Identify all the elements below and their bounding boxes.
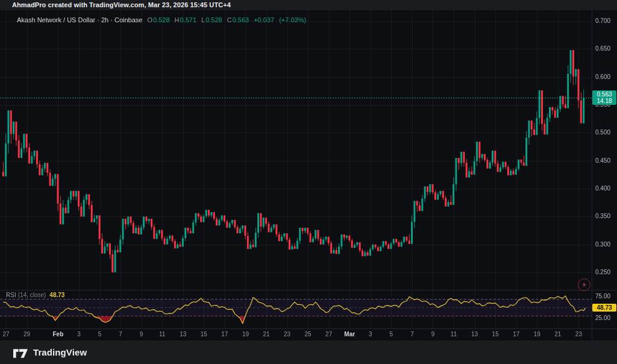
rsi-value: 48.73 [49,292,64,298]
symbol-legend[interactable]: Akash Network / US Dollar · 2h · Coinbas… [17,16,306,24]
price-tick-label: 0.300 [595,241,610,248]
time-tick-label: 21 [554,331,561,337]
change-percent: (+7.03%) [279,16,306,24]
rsi-title[interactable]: RSI [6,292,16,298]
time-tick-label: 27 [325,331,332,337]
tradingview-logo-text: TradingView [33,347,87,357]
lightning-icon [581,281,587,288]
attribution-text: AhmadPro created with TradingView.com, M… [12,1,231,8]
time-tick-label: 13 [471,331,478,337]
time-tick-month-label: Mar [344,331,355,337]
tradingview-logo-icon [13,347,28,358]
time-tick-label: 11 [451,331,457,337]
time-tick-label: 9 [431,331,435,337]
time-scale[interactable]: 2729Feb3579111315171921232527Mar35791113… [0,328,592,340]
ohlc-low-value: 0.528 [205,16,222,24]
price-tick-label: 0.400 [595,185,610,192]
price-tick-label: 0.250 [595,269,610,275]
change-value: +0.037 [254,16,274,24]
last-price-badge: 0.563 14.18 [592,90,616,105]
symbol-title[interactable]: Akash Network / US Dollar · 2h · Coinbas… [17,16,142,24]
rsi-value-badge: 48.73 [592,304,616,312]
price-tick-label: 0.600 [595,74,610,80]
time-tick-label: 13 [180,331,186,337]
time-tick-label: 23 [284,331,290,337]
chart-canvas[interactable] [0,0,617,364]
time-tick-label: 19 [242,331,249,337]
time-tick-label: 23 [575,331,582,337]
time-tick-label: 9 [140,331,143,337]
tradingview-snapshot: AhmadPro created with TradingView.com, M… [0,0,617,364]
price-tick-label: 0.700 [595,17,610,24]
ohlc-low-label: L [201,16,205,24]
time-tick-label: 29 [23,331,30,337]
rsi-indicator-legend[interactable]: RSI(14, close)48.73 [6,292,64,298]
time-tick-label: 3 [369,331,372,337]
price-scale[interactable]: 0.7000.6500.6000.5500.5000.4500.4000.350… [592,0,617,340]
time-tick-label: 25 [305,331,312,337]
time-tick-label: 17 [513,331,519,337]
rsi-params: (14, close) [18,292,46,298]
time-tick-label: 15 [492,331,499,337]
time-tick-label: 21 [263,331,269,337]
time-tick-label: 15 [201,331,207,337]
price-tick-label: 0.450 [595,157,610,164]
time-tick-label: 27 [2,331,9,337]
time-tick-label: 3 [77,331,81,337]
ohlc-open-value: 0.528 [153,16,170,24]
quick-trade-button[interactable] [578,278,590,291]
bar-countdown: 14.18 [592,98,616,104]
ohlc-close-label: C [227,16,232,24]
attribution-bar: AhmadPro created with TradingView.com, M… [0,0,617,10]
price-tick-label: 0.650 [595,45,610,52]
last-price-value: 0.563 [592,91,616,98]
time-tick-label: 7 [410,331,414,337]
tradingview-logo-link[interactable]: TradingView [13,347,87,358]
rsi-tick-label: 75.00 [595,293,610,300]
branding-bar: TradingView [0,340,617,364]
time-tick-label: 19 [534,331,540,337]
time-tick-label: 11 [159,331,165,337]
time-tick-label: 7 [119,331,122,337]
ohlc-open-label: O [147,16,152,24]
price-tick-label: 0.500 [595,129,610,136]
ohlc-high-value: 0.571 [180,16,197,24]
time-tick-label: 17 [221,331,228,337]
time-tick-month-label: Feb [53,331,64,337]
ohlc-high-label: H [175,16,180,24]
time-tick-label: 5 [390,331,393,337]
time-tick-label: 5 [98,331,102,337]
rsi-tick-label: 25.00 [595,315,610,321]
ohlc-close-value: 0.563 [233,16,249,24]
price-tick-label: 0.350 [595,213,610,219]
